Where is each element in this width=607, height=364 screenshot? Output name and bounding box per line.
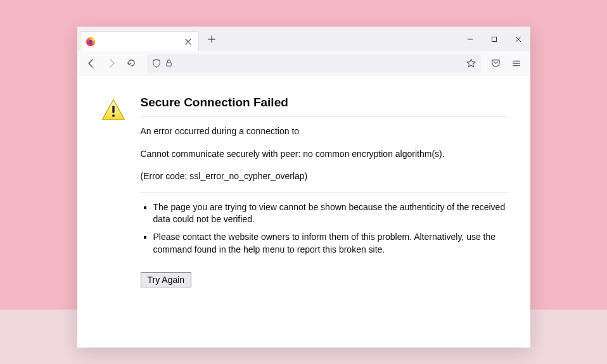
minimize-button[interactable] [458, 27, 482, 51]
shield-icon [152, 59, 161, 68]
svg-rect-2 [492, 37, 496, 41]
browser-window: Secure Connection Failed An error occurr… [77, 27, 530, 348]
svg-point-1 [88, 39, 92, 43]
menu-button[interactable] [508, 54, 525, 72]
firefox-icon [86, 37, 96, 47]
try-again-button[interactable]: Try Again [141, 272, 192, 287]
browser-tab[interactable] [80, 31, 199, 51]
bookmark-star-icon[interactable] [466, 58, 476, 68]
back-button[interactable] [82, 54, 100, 72]
close-tab-button[interactable] [183, 37, 193, 47]
reload-button[interactable] [123, 54, 141, 72]
error-title: Secure Connection Failed [141, 96, 508, 116]
window-controls [458, 27, 530, 51]
error-line-1: An error occurred during a connection to [141, 125, 508, 138]
url-bar[interactable] [147, 54, 481, 73]
svg-rect-4 [112, 106, 115, 113]
error-code: (Error code: ssl_error_no_cypher_overlap… [141, 170, 508, 192]
error-line-2: Cannot communicate securely with peer: n… [141, 148, 508, 161]
titlebar [77, 27, 530, 51]
pocket-icon[interactable] [487, 54, 505, 72]
maximize-button[interactable] [482, 27, 506, 51]
list-item: The page you are trying to view cannot b… [153, 201, 508, 226]
error-advice-list: The page you are trying to view cannot b… [141, 201, 508, 256]
page-content: Secure Connection Failed An error occurr… [77, 75, 530, 348]
list-item: Please contact the website owners to inf… [153, 231, 508, 256]
svg-point-5 [112, 115, 114, 117]
lock-icon [165, 59, 173, 67]
close-window-button[interactable] [506, 27, 530, 51]
new-tab-button[interactable] [203, 30, 220, 48]
warning-icon-column [100, 96, 132, 335]
warning-icon [100, 115, 127, 125]
toolbar [77, 51, 530, 75]
svg-rect-3 [166, 63, 170, 66]
forward-button[interactable] [103, 54, 120, 72]
error-content: Secure Connection Failed An error occurr… [141, 96, 508, 335]
